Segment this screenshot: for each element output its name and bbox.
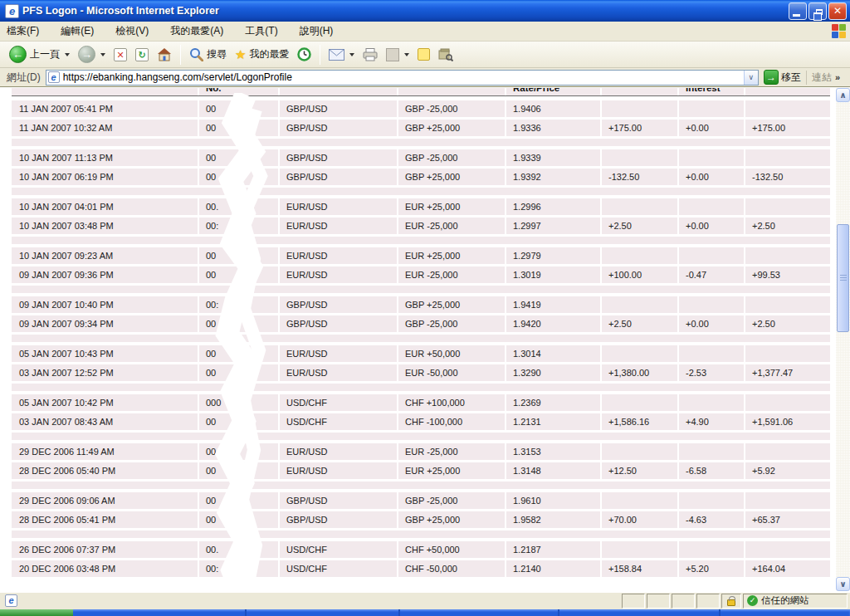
- cell-ref-no: 00:: [199, 560, 280, 577]
- go-button[interactable]: → 移至: [764, 70, 801, 85]
- links-button[interactable]: 連結 »: [806, 71, 847, 85]
- research-icon: [438, 48, 453, 61]
- cell-currency-pair: GBP/USD: [280, 511, 398, 528]
- cell-amount: EUR +25,000: [398, 247, 506, 264]
- favorites-button[interactable]: ★ 我的最愛: [231, 46, 293, 64]
- status-zone-panel: ✓ 信任的網站: [743, 594, 848, 609]
- mail-button[interactable]: [325, 47, 359, 62]
- cell-ref-no: 00: [199, 266, 280, 283]
- taskbar[interactable]: [0, 609, 850, 616]
- cell-currency-pair: USD/CHF: [280, 413, 398, 430]
- restore-button[interactable]: [808, 2, 827, 20]
- cell-date: 09 JAN 2007 09:36 PM: [12, 266, 199, 283]
- scroll-down-button[interactable]: ∨: [836, 577, 850, 591]
- cell-amount: GBP +25,000: [398, 511, 506, 528]
- cell-ref-no: 00:: [199, 218, 280, 234]
- menu-item-view[interactable]: 檢視(V): [115, 24, 149, 38]
- cell-profit-loss: +12.50: [602, 462, 679, 479]
- menu-item-help[interactable]: 說明(H): [300, 24, 334, 38]
- table-row: 05 JAN 2007 10:43 PM00EUR/USDEUR +50,000…: [12, 345, 830, 362]
- cell-rate-price: 1.2131: [506, 413, 602, 430]
- cell-amount: GBP -25,000: [398, 492, 506, 509]
- table-row: 09 JAN 2007 09:36 PM00EUR/USDEUR -25,000…: [12, 266, 830, 283]
- table-row: 10 JAN 2007 06:19 PM00GBP/USDGBP +25,000…: [12, 169, 830, 185]
- cell-total: +175.00: [745, 120, 830, 136]
- menu-item-tools[interactable]: 工具(T): [245, 24, 277, 38]
- cell-profit-loss: [602, 492, 679, 509]
- search-button[interactable]: 搜尋: [185, 46, 231, 63]
- messenger-note-icon: [418, 48, 430, 61]
- cell-ref-no: 00: [199, 413, 280, 430]
- edit-icon: [386, 48, 399, 61]
- cell-amount: EUR +25,000: [398, 462, 506, 479]
- cell-profit-loss: [602, 296, 679, 313]
- cell-date: 05 JAN 2007 10:43 PM: [12, 345, 199, 362]
- menu-item-edit[interactable]: 編輯(E): [61, 24, 94, 38]
- menu-item-file[interactable]: 檔案(F): [7, 24, 39, 38]
- mail-dropdown-icon[interactable]: [349, 53, 354, 56]
- cell-ref-no: 00.: [199, 198, 280, 215]
- cell-currency-pair: GBP/USD: [280, 100, 398, 117]
- menu-item-favorites[interactable]: 我的最愛(A): [170, 24, 223, 38]
- taskbar-divider: [245, 609, 247, 616]
- edit-button[interactable]: [382, 46, 413, 63]
- windows-flag-icon: [832, 24, 847, 39]
- cell-date: 28 DEC 2006 05:41 PM: [12, 511, 199, 528]
- cell-interest: [679, 149, 745, 166]
- taskbar-divider: [719, 609, 721, 616]
- start-button[interactable]: [0, 609, 73, 616]
- trade-table-header: No.Rate/PriceInterest: [12, 88, 830, 96]
- cell-profit-loss: [602, 541, 679, 558]
- address-dropdown-button[interactable]: ∨: [744, 71, 758, 85]
- cell-ref-no: 00: [199, 511, 280, 528]
- scrollbar-thumb[interactable]: [837, 224, 849, 332]
- taskbar-divider: [558, 609, 559, 616]
- table-row: 11 JAN 2007 05:41 PM00GBP/USDGBP -25,000…: [12, 100, 830, 117]
- research-button[interactable]: [434, 46, 457, 63]
- minimize-icon: [793, 14, 800, 17]
- cell-date: 09 JAN 2007 09:34 PM: [12, 315, 199, 332]
- forward-button[interactable]: →: [74, 44, 110, 65]
- cell-total: [745, 198, 830, 215]
- cell-date: 29 DEC 2006 11:49 AM: [12, 443, 199, 460]
- edit-dropdown-icon[interactable]: [404, 53, 409, 56]
- header-interest: Interest: [679, 88, 745, 95]
- cell-profit-loss: -132.50: [602, 169, 679, 185]
- history-button[interactable]: [293, 46, 315, 63]
- cell-amount: CHF -100,000: [398, 413, 506, 430]
- cell-total: +5.92: [745, 462, 830, 479]
- cell-rate-price: 1.3153: [506, 443, 602, 460]
- cell-profit-loss: +1,586.16: [602, 413, 679, 430]
- cell-rate-price: 1.2997: [506, 218, 602, 234]
- messenger-button[interactable]: [413, 46, 434, 62]
- cell-rate-price: 1.3290: [506, 364, 602, 381]
- table-row: 10 JAN 2007 03:48 PM00:EUR/USDEUR -25,00…: [12, 218, 830, 234]
- cell-interest: -2.53: [679, 364, 745, 381]
- cell-rate-price: 1.9392: [506, 169, 602, 185]
- table-row: 03 JAN 2007 08:43 AM00USD/CHFCHF -100,00…: [12, 413, 830, 430]
- address-label: 網址(D): [7, 71, 41, 85]
- back-button[interactable]: ← 上一頁: [5, 44, 74, 65]
- cell-interest: +4.90: [679, 413, 745, 430]
- close-button[interactable]: ✕: [828, 2, 847, 20]
- home-button[interactable]: [153, 46, 176, 63]
- cell-currency-pair: EUR/USD: [280, 462, 398, 479]
- scroll-up-button[interactable]: ∧: [836, 88, 850, 102]
- stop-button[interactable]: ✕: [110, 46, 131, 63]
- cell-profit-loss: [602, 149, 679, 166]
- refresh-button[interactable]: ↻: [131, 46, 153, 63]
- table-row: 10 JAN 2007 11:13 PM00GBP/USDGBP -25,000…: [12, 149, 830, 166]
- cell-currency-pair: GBP/USD: [280, 296, 398, 313]
- forward-dropdown-icon[interactable]: [100, 53, 105, 56]
- restore-icon: [816, 9, 823, 15]
- cell-interest: [679, 394, 745, 411]
- minimize-button[interactable]: [789, 2, 807, 20]
- menu-bar: 檔案(F) 編輯(E) 檢視(V) 我的最愛(A) 工具(T) 說明(H): [0, 22, 850, 42]
- vertical-scrollbar[interactable]: ∧ ∨: [836, 88, 850, 591]
- print-button[interactable]: [359, 46, 382, 63]
- cell-currency-pair: EUR/USD: [280, 218, 398, 234]
- address-input[interactable]: e https://ebanking.hangseng.com/servlet/…: [46, 70, 759, 86]
- cell-profit-loss: [602, 443, 679, 460]
- back-dropdown-icon[interactable]: [65, 53, 70, 56]
- group-separator: [12, 433, 830, 440]
